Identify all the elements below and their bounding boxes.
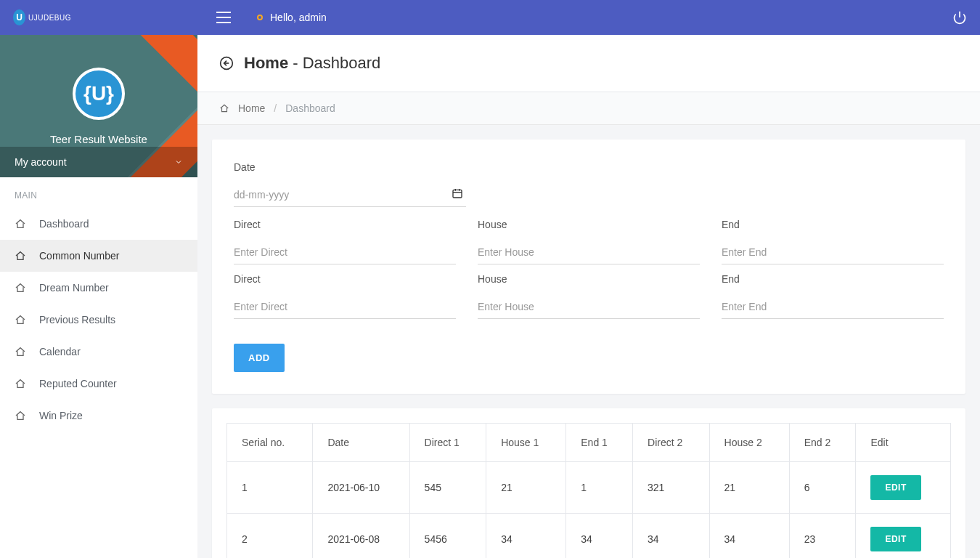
end1-input[interactable] bbox=[722, 240, 944, 264]
main-content: Home - Dashboard Home / Dashboard Date bbox=[197, 35, 980, 558]
sidebar-item-label: Dream Number bbox=[39, 282, 109, 294]
my-account-label: My account bbox=[15, 156, 67, 168]
th-date: Date bbox=[313, 424, 409, 462]
direct1-input[interactable] bbox=[234, 240, 456, 264]
home-icon bbox=[15, 378, 26, 389]
greeting-text: Hello, admin bbox=[270, 12, 327, 23]
avatar: {U} bbox=[73, 68, 125, 120]
table-row: 1 2021-06-10 545 21 1 321 21 6 EDIT bbox=[227, 462, 951, 514]
sidebar-item-label: Dashboard bbox=[39, 218, 89, 230]
power-icon[interactable] bbox=[952, 10, 967, 25]
edit-button[interactable]: EDIT bbox=[870, 527, 920, 551]
direct2-input[interactable] bbox=[234, 295, 456, 319]
end2-label: End bbox=[722, 273, 944, 285]
sidebar-item-label: Previous Results bbox=[39, 314, 115, 326]
sidebar-item-reputed-counter[interactable]: Reputed Counter bbox=[0, 368, 197, 400]
sidebar-item-label: Win Prize bbox=[39, 410, 83, 421]
cell-d1: 545 bbox=[409, 462, 486, 514]
cell-serial: 2 bbox=[227, 514, 313, 559]
hamburger-icon[interactable] bbox=[216, 12, 231, 23]
calendar-icon[interactable] bbox=[452, 187, 463, 199]
status-dot-icon bbox=[257, 15, 263, 20]
add-button[interactable]: ADD bbox=[234, 344, 285, 372]
cell-h2: 34 bbox=[709, 514, 789, 559]
breadcrumb-home-icon[interactable] bbox=[219, 103, 229, 113]
back-icon[interactable] bbox=[219, 56, 234, 70]
greeting: Hello, admin bbox=[257, 12, 327, 23]
th-house1: House 1 bbox=[486, 424, 566, 462]
sidebar: {U} Teer Result Website My account MAIN … bbox=[0, 35, 197, 558]
house2-label: House bbox=[478, 273, 700, 285]
end1-label: End bbox=[722, 219, 944, 230]
brand-logo-mark: U bbox=[13, 9, 25, 25]
cell-h1: 34 bbox=[486, 514, 566, 559]
cell-e2: 6 bbox=[789, 462, 856, 514]
sidebar-hero: {U} Teer Result Website My account bbox=[0, 35, 197, 177]
cell-e1: 34 bbox=[566, 514, 633, 559]
chevron-down-icon bbox=[174, 158, 183, 166]
breadcrumb-separator: / bbox=[274, 102, 277, 114]
sidebar-item-label: Calendar bbox=[39, 346, 81, 357]
form-card: Date Direct House End bbox=[212, 140, 965, 394]
table-row: 2 2021-06-08 5456 34 34 34 34 23 EDIT bbox=[227, 514, 951, 559]
breadcrumb-current: Dashboard bbox=[285, 102, 335, 114]
cell-e2: 23 bbox=[789, 514, 856, 559]
th-end2: End 2 bbox=[789, 424, 856, 462]
date-label: Date bbox=[234, 161, 944, 173]
brand-logo-text: UJUDEBUG bbox=[28, 14, 71, 22]
nav-section-main: MAIN bbox=[0, 177, 197, 208]
date-input[interactable] bbox=[234, 183, 466, 207]
th-edit: Edit bbox=[856, 424, 951, 462]
end2-input[interactable] bbox=[722, 295, 944, 319]
cell-d1: 5456 bbox=[409, 514, 486, 559]
cell-h1: 21 bbox=[486, 462, 566, 514]
cell-date: 2021-06-08 bbox=[313, 514, 409, 559]
page-title: Home - Dashboard bbox=[244, 54, 380, 73]
breadcrumb: Home / Dashboard bbox=[197, 92, 980, 125]
brand-logo: U UJUDEBUG bbox=[13, 9, 71, 25]
sidebar-item-label: Common Number bbox=[39, 250, 119, 262]
site-title: Teer Result Website bbox=[50, 133, 147, 145]
th-serial: Serial no. bbox=[227, 424, 313, 462]
cell-edit: EDIT bbox=[856, 462, 951, 514]
direct2-label: Direct bbox=[234, 273, 456, 285]
cell-e1: 1 bbox=[566, 462, 633, 514]
svg-rect-3 bbox=[453, 190, 462, 198]
cell-serial: 1 bbox=[227, 462, 313, 514]
house2-input[interactable] bbox=[478, 295, 700, 319]
sidebar-item-label: Reputed Counter bbox=[39, 378, 117, 389]
home-icon bbox=[15, 346, 26, 357]
sidebar-item-previous-results[interactable]: Previous Results bbox=[0, 304, 197, 336]
topbar: U UJUDEBUG Hello, admin bbox=[0, 0, 980, 35]
breadcrumb-home[interactable]: Home bbox=[238, 102, 265, 114]
table-header-row: Serial no. Date Direct 1 House 1 End 1 D… bbox=[227, 424, 951, 462]
sidebar-item-win-prize[interactable]: Win Prize bbox=[0, 400, 197, 432]
direct1-label: Direct bbox=[234, 219, 456, 230]
edit-button[interactable]: EDIT bbox=[870, 475, 920, 500]
home-icon bbox=[15, 282, 26, 294]
my-account-toggle[interactable]: My account bbox=[0, 147, 197, 177]
page-header: Home - Dashboard bbox=[197, 35, 980, 92]
cell-h2: 21 bbox=[709, 462, 789, 514]
table-card: Serial no. Date Direct 1 House 1 End 1 D… bbox=[212, 408, 965, 558]
house1-input[interactable] bbox=[478, 240, 700, 264]
results-table: Serial no. Date Direct 1 House 1 End 1 D… bbox=[226, 423, 951, 558]
sidebar-item-calendar[interactable]: Calendar bbox=[0, 336, 197, 368]
cell-edit: EDIT bbox=[856, 514, 951, 559]
home-icon bbox=[15, 314, 26, 326]
sidebar-item-dashboard[interactable]: Dashboard bbox=[0, 208, 197, 240]
th-direct2: Direct 2 bbox=[633, 424, 710, 462]
cell-d2: 321 bbox=[633, 462, 710, 514]
sidebar-item-dream-number[interactable]: Dream Number bbox=[0, 272, 197, 304]
home-icon bbox=[15, 250, 26, 262]
cell-date: 2021-06-10 bbox=[313, 462, 409, 514]
th-house2: House 2 bbox=[709, 424, 789, 462]
home-icon bbox=[15, 218, 26, 230]
th-end1: End 1 bbox=[566, 424, 633, 462]
th-direct1: Direct 1 bbox=[409, 424, 486, 462]
sidebar-item-common-number[interactable]: Common Number bbox=[0, 240, 197, 272]
house1-label: House bbox=[478, 219, 700, 230]
cell-d2: 34 bbox=[633, 514, 710, 559]
home-icon bbox=[15, 410, 26, 421]
